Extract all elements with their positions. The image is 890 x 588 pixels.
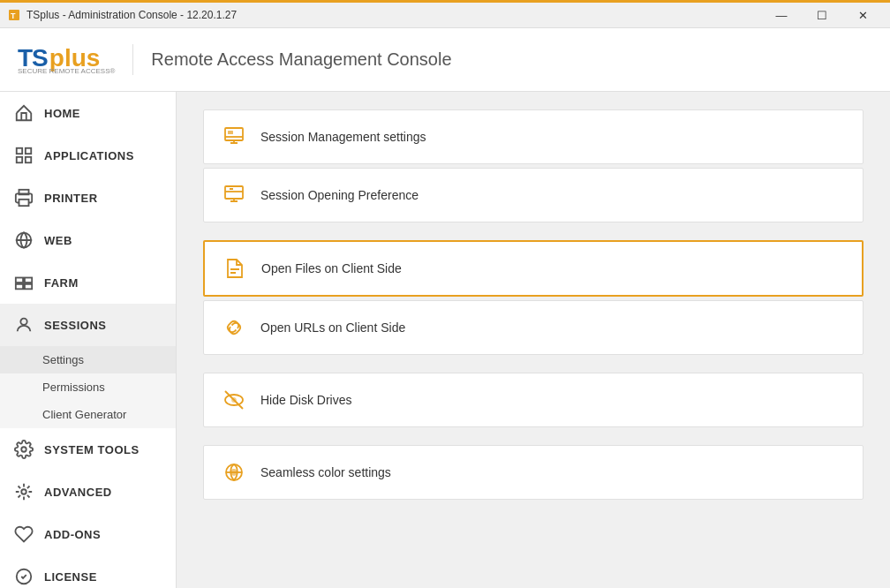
sidebar-label-printer: PRINTER [44, 192, 98, 205]
svg-rect-18 [228, 131, 233, 134]
sidebar-item-applications[interactable]: APPLICATIONS [0, 134, 176, 177]
sidebar-label-home: HOME [44, 107, 80, 120]
group-disk: Hide Disk Drives [203, 373, 864, 427]
farm-icon [14, 273, 34, 292]
sidebar: HOME APPLICATIONS PRINTER [0, 92, 177, 588]
sidebar-label-advanced: ADVANCED [44, 486, 112, 499]
svg-rect-7 [19, 200, 29, 206]
card-open-files[interactable]: Open Files on Client Side [203, 240, 864, 297]
svg-rect-9 [16, 278, 23, 283]
svg-rect-3 [26, 148, 31, 154]
sidebar-label-web: WEB [44, 234, 72, 247]
card-label-hide-disk: Hide Disk Drives [260, 393, 351, 407]
hide-disk-icon [222, 388, 246, 412]
sidebar-item-printer[interactable]: PRINTER [0, 177, 176, 219]
sidebar-item-permissions[interactable]: Permissions [0, 373, 176, 401]
sidebar-label-add-ons: ADD-ONS [44, 528, 101, 541]
web-icon [14, 230, 34, 250]
svg-rect-5 [26, 157, 31, 162]
sidebar-item-add-ons[interactable]: ADD-ONS [0, 513, 176, 555]
header: TS plus SECURE REMOTE ACCESS® Remote Acc… [0, 28, 890, 92]
content-area: HOME APPLICATIONS PRINTER [0, 92, 890, 588]
svg-rect-19 [225, 186, 243, 199]
group-session-management: Session Management settings Session Open… [203, 109, 864, 222]
card-label-open-urls: Open URLs on Client Side [260, 320, 405, 335]
sidebar-label-applications: APPLICATIONS [44, 149, 134, 162]
card-hide-disk[interactable]: Hide Disk Drives [203, 373, 864, 427]
sidebar-item-license[interactable]: LICENSE [0, 555, 176, 588]
printer-icon [14, 188, 34, 207]
svg-text:T: T [11, 11, 16, 20]
card-open-urls[interactable]: Open URLs on Client Side [203, 300, 864, 355]
sidebar-label-license: LICENSE [44, 570, 97, 584]
svg-rect-10 [25, 278, 32, 283]
svg-rect-2 [17, 148, 22, 154]
home-icon [14, 103, 34, 123]
sidebar-item-client-generator[interactable]: Client Generator [0, 401, 176, 428]
svg-rect-17 [225, 128, 243, 140]
session-opening-icon [222, 183, 246, 207]
sidebar-label-system-tools: SYSTEM TOOLS [44, 443, 140, 456]
card-seamless-color[interactable]: Seamless color settings [203, 445, 864, 500]
minimize-button[interactable]: — [761, 1, 802, 29]
main-panel: Session Management settings Session Open… [177, 92, 890, 588]
close-button[interactable]: ✕ [842, 1, 883, 29]
card-label-seamless-color: Seamless color settings [260, 465, 391, 479]
svg-point-13 [20, 319, 26, 325]
group-client-side: Open Files on Client Side Open URLs on C… [203, 240, 864, 355]
sidebar-label-permissions: Permissions [42, 381, 105, 394]
group-seamless: Seamless color settings [203, 445, 864, 500]
system-tools-icon [14, 440, 34, 459]
svg-point-14 [21, 447, 26, 452]
logo-tagline: SECURE REMOTE ACCESS® [18, 67, 115, 75]
svg-rect-11 [16, 284, 23, 290]
card-session-management[interactable]: Session Management settings [203, 109, 864, 164]
logo: TS plus SECURE REMOTE ACCESS® [18, 44, 133, 75]
window-controls: — ☐ ✕ [761, 1, 883, 29]
sidebar-item-sessions[interactable]: SESSIONS [0, 304, 176, 346]
license-icon [14, 567, 34, 586]
maximize-button[interactable]: ☐ [802, 1, 842, 29]
sidebar-item-web[interactable]: WEB [0, 219, 176, 261]
svg-point-24 [231, 470, 237, 475]
sidebar-label-settings: Settings [42, 353, 84, 366]
open-urls-icon [222, 315, 246, 340]
sessions-subnav: Settings Permissions Client Generator [0, 346, 176, 428]
session-management-icon [222, 124, 246, 149]
sidebar-label-client-generator: Client Generator [42, 408, 126, 421]
sidebar-label-sessions: SESSIONS [44, 319, 106, 332]
card-label-session-management: Session Management settings [260, 130, 426, 144]
open-files-icon [222, 256, 247, 281]
svg-point-22 [232, 398, 236, 402]
window-title: TSplus - Administration Console - 12.20.… [26, 9, 761, 21]
card-label-session-opening: Session Opening Preference [260, 188, 419, 202]
sessions-icon [14, 315, 34, 335]
seamless-color-icon [222, 460, 246, 485]
svg-rect-12 [25, 284, 32, 290]
advanced-icon [14, 482, 34, 501]
card-session-opening[interactable]: Session Opening Preference [203, 168, 864, 222]
svg-rect-4 [17, 157, 22, 162]
app-container: TS plus SECURE REMOTE ACCESS® Remote Acc… [0, 28, 890, 588]
titlebar: T TSplus - Administration Console - 12.2… [0, 0, 890, 28]
svg-point-15 [21, 489, 26, 494]
sidebar-item-advanced[interactable]: ADVANCED [0, 471, 176, 513]
sidebar-item-system-tools[interactable]: SYSTEM TOOLS [0, 428, 176, 471]
sidebar-label-farm: FARM [44, 276, 79, 290]
applications-icon [14, 146, 34, 165]
app-icon: T [7, 8, 21, 22]
add-ons-icon [14, 524, 34, 544]
sidebar-item-settings[interactable]: Settings [0, 346, 176, 373]
header-title: Remote Access Management Console [151, 49, 451, 70]
card-label-open-files: Open Files on Client Side [261, 261, 402, 275]
sidebar-item-home[interactable]: HOME [0, 92, 176, 134]
sidebar-item-farm[interactable]: FARM [0, 261, 176, 304]
